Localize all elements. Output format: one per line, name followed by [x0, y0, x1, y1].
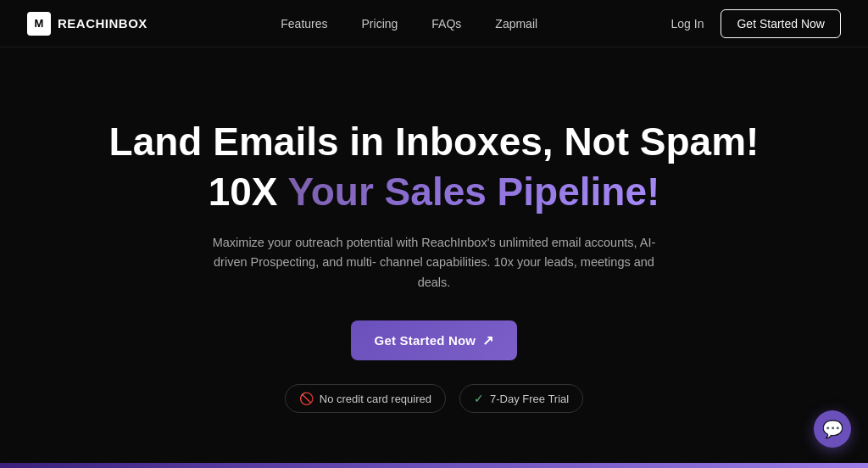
login-button[interactable]: Log In	[671, 17, 704, 31]
trust-badges: 🚫 No credit card required ✓ 7-Day Free T…	[285, 384, 583, 413]
brand-name: REACHINBOX	[58, 16, 147, 31]
nav-link-features[interactable]: Features	[281, 17, 327, 31]
nav-link-zapmail[interactable]: Zapmail	[495, 17, 537, 31]
nav-cta-button[interactable]: Get Started Now	[721, 9, 841, 38]
navbar: M REACHINBOX Features Pricing FAQs Zapma…	[0, 0, 868, 47]
arrow-icon: ↗	[482, 332, 493, 348]
logo: M REACHINBOX	[27, 12, 147, 36]
hero-cta-label: Get Started Now	[375, 333, 476, 348]
hero-section: Land Emails in Inboxes, Not Spam! 10X Yo…	[0, 47, 868, 468]
hero-headline-line2: 10X Your Sales Pipeline!	[209, 170, 660, 214]
nav-link-pricing[interactable]: Pricing	[362, 17, 398, 31]
chat-icon: 💬	[822, 419, 843, 439]
hero-cta-button[interactable]: Get Started Now ↗	[351, 320, 518, 360]
badge-trial: ✓ 7-Day Free Trial	[459, 384, 583, 413]
hero-headline-plain: 10X	[209, 170, 288, 214]
logo-icon: M	[27, 12, 51, 36]
hero-headline-gradient: Your Sales Pipeline!	[287, 170, 659, 214]
badge-no-card-label: No credit card required	[320, 393, 431, 405]
nav-link-faqs[interactable]: FAQs	[431, 17, 461, 31]
nav-links: Features Pricing FAQs Zapmail	[281, 17, 537, 31]
check-icon: ✓	[474, 392, 484, 405]
badge-trial-label: 7-Day Free Trial	[490, 393, 569, 405]
credit-card-icon: 🚫	[299, 392, 314, 405]
chat-bubble[interactable]: 💬	[814, 410, 851, 448]
hero-description: Maximize your outreach potential with Re…	[205, 233, 663, 294]
badge-no-card: 🚫 No credit card required	[285, 384, 446, 413]
bottom-bar	[0, 463, 868, 468]
hero-headline-line1: Land Emails in Inboxes, Not Spam!	[109, 120, 760, 164]
nav-actions: Log In Get Started Now	[671, 9, 841, 38]
